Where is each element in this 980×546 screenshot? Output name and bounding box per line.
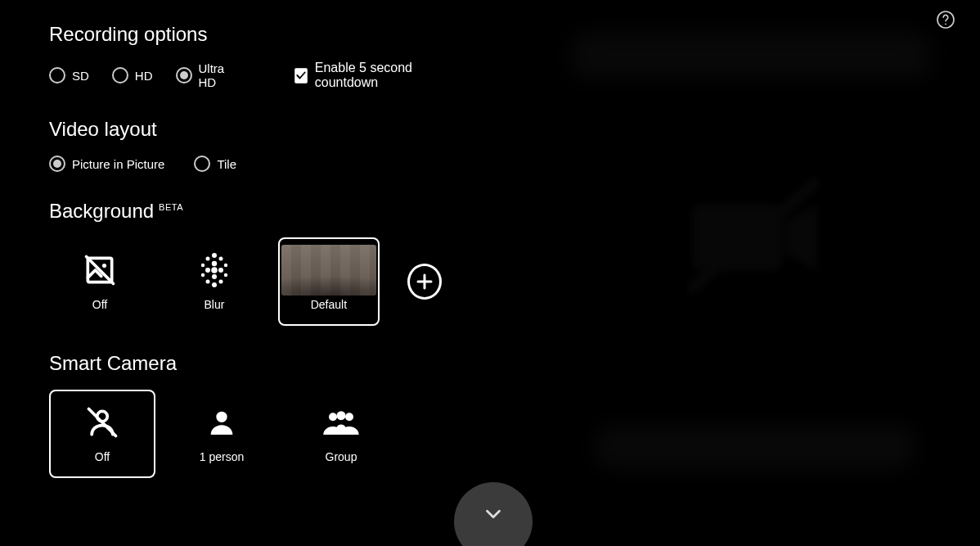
tile-label: Default	[311, 298, 347, 311]
quality-radio-hd[interactable]: HD	[112, 67, 153, 83]
svg-point-16	[224, 273, 227, 277]
countdown-checkbox[interactable]: Enable 5 second countdown	[294, 61, 442, 90]
tile-label: Blur	[204, 298, 224, 311]
radio-icon	[49, 156, 65, 172]
svg-point-13	[218, 268, 223, 273]
add-background-button[interactable]	[407, 264, 442, 300]
background-thumb	[281, 245, 376, 296]
tile-label: 1 person	[200, 450, 244, 463]
beta-badge: BETA	[159, 202, 183, 212]
smart-camera-tile-sc-group[interactable]: Group	[288, 390, 394, 478]
layout-radio-pip[interactable]: Picture in Picture	[49, 156, 164, 172]
blur-icon	[196, 252, 232, 288]
smart-camera-tile-sc-1[interactable]: 1 person	[169, 390, 275, 478]
svg-point-9	[201, 264, 205, 267]
chevron-down-icon	[481, 502, 506, 526]
plus-icon	[415, 272, 434, 291]
svg-line-5	[86, 257, 113, 284]
background-tile-default[interactable]: Default	[278, 237, 380, 326]
svg-point-19	[212, 282, 217, 287]
tile-label: Off	[95, 450, 110, 463]
checkbox-label: Enable 5 second countdown	[315, 61, 442, 90]
layout-radio-tile[interactable]: Tile	[194, 156, 236, 172]
svg-point-26	[329, 413, 337, 421]
radio-icon	[112, 67, 128, 83]
svg-point-15	[201, 273, 205, 277]
svg-point-18	[218, 280, 223, 284]
svg-point-12	[205, 268, 210, 273]
tile-label: Group	[326, 450, 357, 463]
svg-point-25	[216, 412, 227, 422]
svg-point-20	[212, 274, 217, 279]
radio-label: Ultra HD	[199, 61, 231, 89]
person-icon	[205, 404, 238, 440]
recording-options-title: Recording options	[49, 23, 442, 46]
radio-label: SD	[72, 69, 89, 83]
thumb-icon	[281, 252, 376, 288]
svg-point-10	[224, 264, 227, 267]
group-icon	[321, 404, 362, 440]
radio-label: Tile	[217, 157, 236, 171]
person-off-icon	[84, 404, 120, 440]
svg-point-14	[211, 267, 218, 273]
help-button[interactable]	[936, 10, 955, 33]
checkbox-icon	[294, 68, 308, 83]
video-layout-title: Video layout	[49, 118, 442, 141]
svg-point-7	[205, 257, 209, 261]
camera-off-placeholder	[686, 172, 833, 303]
svg-line-0	[692, 183, 814, 288]
radio-icon	[194, 156, 210, 172]
svg-point-6	[212, 253, 217, 258]
quality-radio-uhd[interactable]: Ultra HD	[176, 61, 231, 89]
svg-point-27	[345, 413, 353, 421]
svg-point-8	[218, 257, 223, 261]
smart-camera-tile-sc-off[interactable]: Off	[49, 390, 155, 478]
radio-label: HD	[135, 69, 153, 83]
svg-point-2	[945, 24, 946, 25]
svg-point-4	[102, 264, 106, 268]
radio-icon	[49, 67, 65, 83]
smart-camera-title: Smart Camera	[49, 352, 442, 375]
background-tile-off[interactable]: Off	[49, 237, 151, 326]
radio-icon	[176, 67, 192, 83]
camera-hint-blur	[571, 33, 931, 79]
background-title: BackgroundBETA	[49, 200, 442, 223]
svg-point-17	[205, 280, 209, 284]
background-tile-blur[interactable]: Blur	[164, 237, 265, 326]
image-off-icon	[82, 252, 118, 288]
svg-point-28	[337, 411, 346, 420]
svg-point-11	[212, 261, 217, 266]
radio-label: Picture in Picture	[72, 157, 164, 171]
quality-radio-sd[interactable]: SD	[49, 67, 89, 83]
tile-label: Off	[92, 298, 107, 311]
audio-hint-blur	[596, 426, 915, 468]
